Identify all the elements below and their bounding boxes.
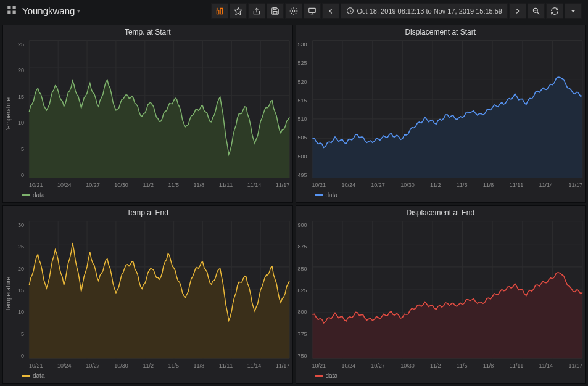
timerange-picker[interactable]: Oct 18, 2019 08:12:13 to Nov 17, 2019 15… <box>341 3 508 19</box>
star-button[interactable] <box>230 3 247 19</box>
y-tick: 525 <box>297 60 307 66</box>
panel-title: Displacement at Start <box>296 25 586 38</box>
refresh-interval-button[interactable] <box>565 3 582 19</box>
legend[interactable]: data <box>296 370 586 383</box>
y-tick: 510 <box>297 116 307 122</box>
clock-icon <box>346 7 354 15</box>
dashboard-grid-icon[interactable] <box>6 4 17 17</box>
x-tick: 11/5 <box>457 363 468 370</box>
panel-disp_start[interactable]: Displacement at Start5305255205155105055… <box>296 25 586 203</box>
legend-swatch <box>315 194 323 196</box>
y-tick: 520 <box>297 79 307 85</box>
y-tick: 505 <box>297 134 307 141</box>
x-tick: 11/8 <box>194 363 205 370</box>
panel-title: Displacement at End <box>296 206 586 218</box>
panel-disp_end[interactable]: Displacement at End900875850825800775750… <box>296 205 586 384</box>
x-tick: 10/21 <box>29 182 43 189</box>
dashboard-title: Youngkwang <box>22 6 75 16</box>
x-tick: 10/24 <box>57 182 72 189</box>
share-button[interactable] <box>248 3 265 19</box>
add-panel-button[interactable] <box>211 3 228 19</box>
x-tick: 11/2 <box>143 182 154 189</box>
legend-label: data <box>326 372 337 379</box>
topbar-left: Youngkwang ▾ <box>6 4 80 17</box>
y-tick: 25 <box>18 244 24 250</box>
x-tick: 11/14 <box>539 363 553 370</box>
refresh-button[interactable] <box>546 3 563 19</box>
panel-temp_start[interactable]: Temp. at Start'emperature2520151050 10/2… <box>2 25 293 203</box>
chart-svg[interactable] <box>27 218 292 361</box>
svg-rect-10 <box>273 7 276 9</box>
save-button[interactable] <box>267 3 284 19</box>
y-tick: 500 <box>297 154 307 160</box>
panel-body: 'emperature2520151050 10/2110/2410/2710/… <box>3 38 292 189</box>
legend[interactable]: data <box>3 370 292 383</box>
x-tick: 10/30 <box>114 363 128 370</box>
x-tick: 11/5 <box>457 182 468 189</box>
legend[interactable]: data <box>3 189 292 202</box>
x-tick: 10/27 <box>371 363 385 370</box>
x-tick: 11/17 <box>568 182 582 189</box>
cycle-view-button[interactable] <box>304 3 321 19</box>
y-tick: 530 <box>297 41 307 47</box>
y-tick: 20 <box>18 67 24 73</box>
x-ticks: 10/2110/2410/2710/3011/211/511/811/1111/… <box>310 181 586 189</box>
legend-swatch <box>315 375 323 377</box>
y-tick: 10 <box>18 120 24 126</box>
svg-rect-1 <box>13 6 16 9</box>
settings-button[interactable] <box>285 3 302 19</box>
y-tick: 10 <box>18 309 24 315</box>
y-tick: 30 <box>18 222 24 228</box>
y-tick: 850 <box>297 266 307 272</box>
x-tick: 10/24 <box>341 182 355 189</box>
legend-label: data <box>33 372 44 379</box>
svg-rect-12 <box>308 8 315 12</box>
legend[interactable]: data <box>296 189 586 202</box>
x-tick: 11/14 <box>539 182 553 189</box>
timerange-text: Oct 18, 2019 08:12:13 to Nov 17, 2019 15… <box>357 7 502 15</box>
x-tick: 11/8 <box>194 182 205 189</box>
svg-rect-2 <box>7 11 10 14</box>
y-tick: 775 <box>297 331 307 337</box>
x-tick: 11/5 <box>168 363 179 370</box>
chart-svg[interactable] <box>310 38 586 181</box>
x-tick: 10/24 <box>57 363 72 370</box>
panel-body: 900875850825800775750 10/2110/2410/2710/… <box>296 218 586 370</box>
y-tick: 495 <box>297 172 307 178</box>
panel-body: 530525520515510505500495 10/2110/2410/27… <box>296 38 586 189</box>
x-tick: 10/30 <box>114 182 128 189</box>
y-tick: 875 <box>297 244 307 250</box>
dashboard-title-picker[interactable]: Youngkwang ▾ <box>22 6 80 16</box>
y-axis-label: Temperature <box>3 218 13 370</box>
x-tick: 11/14 <box>247 182 262 189</box>
zoom-out-button[interactable] <box>528 3 545 19</box>
x-tick: 10/27 <box>86 363 100 370</box>
x-tick: 11/17 <box>276 363 290 370</box>
svg-rect-9 <box>273 11 277 13</box>
x-ticks: 10/2110/2410/2710/3011/211/511/811/1111/… <box>27 181 292 189</box>
svg-rect-4 <box>217 10 219 14</box>
timerange-next-button[interactable] <box>509 3 526 19</box>
y-tick: 0 <box>21 172 24 178</box>
panels-grid: Temp. at Start'emperature2520151050 10/2… <box>0 22 588 386</box>
y-tick: 20 <box>18 266 24 272</box>
panel-body: Temperature302520151050 10/2110/2410/271… <box>3 218 292 370</box>
x-tick: 11/11 <box>219 182 233 189</box>
x-tick: 10/24 <box>341 363 355 370</box>
panel-title: Temp at End <box>3 206 292 218</box>
svg-marker-19 <box>571 10 576 12</box>
y-ticks: 2520151050 <box>13 38 27 189</box>
chart-svg[interactable] <box>310 218 586 361</box>
svg-line-17 <box>537 12 540 14</box>
topbar-right: Oct 18, 2019 08:12:13 to Nov 17, 2019 15… <box>211 3 582 19</box>
timerange-prev-button[interactable] <box>322 3 339 19</box>
panel-temp_end[interactable]: Temp at EndTemperature302520151050 10/21… <box>2 205 293 384</box>
plot-area: 10/2110/2410/2710/3011/211/511/811/1111/… <box>310 38 586 189</box>
x-tick: 10/21 <box>29 363 43 370</box>
y-tick: 15 <box>18 94 24 100</box>
y-tick: 900 <box>297 222 307 228</box>
chart-svg[interactable] <box>27 38 292 181</box>
svg-rect-3 <box>13 11 16 14</box>
x-tick: 11/2 <box>430 182 441 189</box>
x-tick: 11/11 <box>219 363 233 370</box>
